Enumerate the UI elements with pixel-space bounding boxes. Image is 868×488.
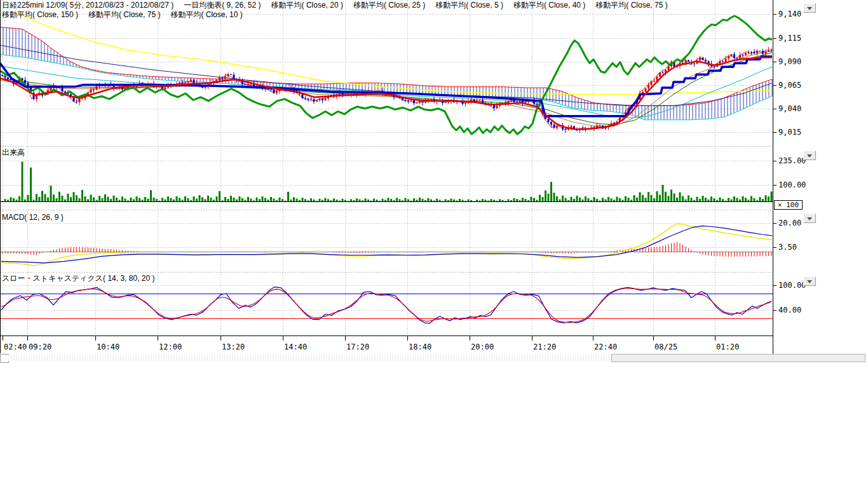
legend-ma-close-10: 移動平均( Close, 10 ) <box>170 10 242 19</box>
x-axis-label: 18:40 <box>409 342 431 351</box>
volume-multiplier-badge: × 100 <box>774 200 803 210</box>
y-axis-label: 20.00 <box>778 219 801 227</box>
horizontal-scrollbar-thumb[interactable] <box>611 354 865 362</box>
volume-panel-dropdown-button[interactable] <box>803 151 816 160</box>
x-axis-label: 02:40 <box>4 342 27 351</box>
stoch-k-line <box>1 287 772 323</box>
x-axis-label: 14:40 <box>284 342 307 351</box>
legend-ma-close-5: 移動平均( Close, 5 ) <box>435 1 503 10</box>
y-axis-label: 9,140 <box>778 10 801 18</box>
grid-lines <box>0 0 773 336</box>
x-axis-label: 21:20 <box>533 342 556 351</box>
axes: 9,1409,1159,0909,0659,0409,015235.00100.… <box>0 0 806 356</box>
macd-panel-dropdown-button[interactable] <box>803 214 816 223</box>
x-axis-label: 09:20 <box>29 342 51 351</box>
volume-panel <box>0 162 773 202</box>
legend-ma-close-75b: 移動平均( Close, 75 ) <box>88 10 160 19</box>
chevron-down-icon <box>807 154 812 160</box>
x-axis-label: 10:40 <box>97 342 119 351</box>
y-axis-label: 9,040 <box>778 104 801 113</box>
y-axis-label: 9,015 <box>778 128 801 137</box>
volume-bars <box>1 162 773 201</box>
volume-panel-label: 出来高 <box>2 147 25 158</box>
y-axis-label: 9,115 <box>778 34 801 43</box>
macd-panel-label: MACD( 12, 26, 9 ) <box>2 213 64 222</box>
x-axis-label: 08/25 <box>654 342 677 351</box>
chevron-down-icon <box>807 280 812 286</box>
y-axis-label: 40.00 <box>778 306 801 315</box>
trading-chart-window: 9,1409,1159,0909,0659,0409,015235.00100.… <box>0 0 868 488</box>
macd-line <box>1 224 772 266</box>
chart-legend-row-1: 日経225mini 12/09( 5分, 2012/08/23 - 2012/0… <box>2 1 678 10</box>
price-panel-dropdown-button[interactable] <box>803 3 816 13</box>
stochastics-panel <box>0 287 773 323</box>
chevron-down-icon <box>807 7 812 13</box>
macd-panel <box>0 224 773 266</box>
chart-plot-area[interactable]: 9,1409,1159,0909,0659,0409,015235.00100.… <box>0 0 868 488</box>
legend-ma-close-20: 移動平均( Close, 20 ) <box>271 1 343 10</box>
legend-ma-close-40: 移動平均( Close, 40 ) <box>513 1 585 10</box>
x-axis-label: 01:20 <box>716 342 739 351</box>
stochastics-panel-label: スロー・ストキャスティクス( 14, 3, 80, 20 ) <box>2 273 154 284</box>
legend-ma-close-75: 移動平均( Close, 75 ) <box>595 1 667 10</box>
legend-ma-close-150: 移動平均( Close, 150 ) <box>2 10 78 19</box>
y-axis-label: 3.50 <box>778 243 797 252</box>
legend-ma-close-25: 移動平均( Close, 25 ) <box>353 1 425 10</box>
price-panel <box>0 12 773 134</box>
stoch-panel-dropdown-button[interactable] <box>803 276 816 286</box>
y-axis-label: 100.00 <box>778 281 806 290</box>
x-axis-label: 13:20 <box>222 342 245 351</box>
scrollbar-left-button[interactable] <box>0 354 9 363</box>
x-axis-label: 22:40 <box>594 342 617 351</box>
macd-histogram <box>3 242 772 257</box>
chevron-down-icon <box>807 217 812 223</box>
x-axis-label: 20:00 <box>471 342 494 351</box>
macd-signal-line <box>1 226 772 263</box>
y-axis-label: 9,065 <box>778 81 801 90</box>
legend-ichimoku: 一目均衡表( 9, 26, 52 ) <box>184 1 261 10</box>
y-axis-label: 235.00 <box>778 156 806 165</box>
chart-legend-row-2: 移動平均( Close, 150 )移動平均( Close, 75 )移動平均(… <box>2 10 253 19</box>
stoch-d-line <box>1 288 771 323</box>
x-axis-label: 17:20 <box>346 342 369 351</box>
x-axis-label: 12:00 <box>159 342 182 351</box>
instrument-title: 日経225mini 12/09( 5分, 2012/08/23 - 2012/0… <box>2 1 173 10</box>
y-axis-label: 9,090 <box>778 57 801 66</box>
y-axis-label: 100.00 <box>778 180 806 189</box>
